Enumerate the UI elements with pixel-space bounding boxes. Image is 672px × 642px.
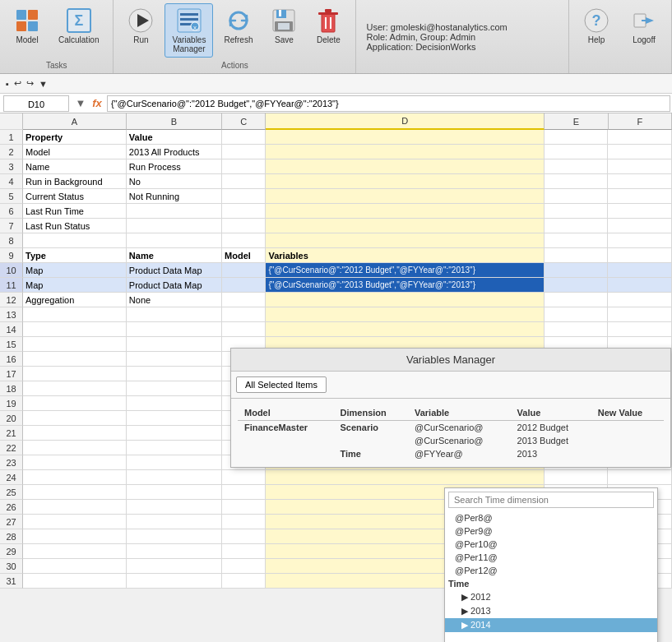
cell-b2[interactable]: 2013 All Products: [127, 145, 222, 159]
var-newvalue-3[interactable]: [591, 447, 664, 460]
cell-a4[interactable]: Run in Background: [23, 174, 127, 189]
cell-e8[interactable]: [545, 233, 609, 248]
cell-d4[interactable]: [266, 174, 544, 189]
col-header-e[interactable]: E: [545, 113, 608, 130]
cell-c11[interactable]: [222, 278, 266, 293]
quick-icon-square[interactable]: ▪: [6, 79, 9, 89]
dropdown-item-2014[interactable]: ▶ 2014: [445, 618, 657, 632]
cell-b6[interactable]: [127, 204, 222, 219]
cell-c9[interactable]: Model: [222, 248, 266, 263]
cell-e7[interactable]: [545, 219, 609, 233]
cell-a9[interactable]: Type: [23, 248, 127, 263]
cell-e9[interactable]: [545, 248, 609, 263]
col-header-a[interactable]: A: [23, 113, 127, 130]
cell-a8[interactable]: [23, 233, 127, 248]
col-header-f[interactable]: F: [609, 113, 672, 130]
cell-c6[interactable]: [222, 204, 266, 219]
cell-e2[interactable]: [545, 145, 609, 159]
dropdown-search-input[interactable]: [448, 492, 654, 508]
var-newvalue-2[interactable]: [591, 434, 664, 447]
cell-f10[interactable]: [608, 263, 672, 278]
cell-d5[interactable]: [266, 189, 544, 204]
cell-a10[interactable]: Map: [23, 263, 127, 278]
cell-f12[interactable]: [608, 293, 672, 307]
cell-d12[interactable]: [266, 293, 544, 307]
cell-b11[interactable]: Product Data Map: [127, 278, 222, 293]
cell-c1[interactable]: [222, 130, 266, 145]
cell-e10[interactable]: [545, 263, 609, 278]
quick-dropdown[interactable]: ▼: [39, 79, 48, 89]
cell-c12[interactable]: [222, 293, 266, 307]
cell-d10[interactable]: {"@CurScenario@":"2012 Budget","@FYYear@…: [266, 263, 544, 278]
variables-manager-button[interactable]: x VariablesManager: [165, 3, 213, 58]
cell-f8[interactable]: [608, 233, 672, 248]
cell-c10[interactable]: [222, 263, 266, 278]
cell-b10[interactable]: Product Data Map: [127, 263, 222, 278]
cell-b4[interactable]: No: [127, 174, 222, 189]
redo-button[interactable]: ↪: [26, 78, 34, 89]
cell-f9[interactable]: [608, 248, 672, 263]
undo-button[interactable]: ↩: [14, 78, 21, 89]
cell-e3[interactable]: [545, 159, 609, 174]
cell-f4[interactable]: [608, 174, 672, 189]
delete-button[interactable]: Delete: [308, 3, 349, 48]
cell-a7[interactable]: Last Run Status: [23, 219, 127, 233]
cell-d1[interactable]: [266, 130, 544, 145]
refresh-button[interactable]: Refresh: [216, 3, 260, 48]
cell-a3[interactable]: Name: [23, 159, 127, 174]
cell-e1[interactable]: [545, 130, 609, 145]
cell-b5[interactable]: Not Running: [127, 189, 222, 204]
cell-f7[interactable]: [608, 219, 672, 233]
cell-e5[interactable]: [545, 189, 609, 204]
dropdown-item-per12[interactable]: @Per12@: [445, 564, 657, 577]
var-newvalue-1[interactable]: [591, 421, 664, 435]
cell-d7[interactable]: [266, 219, 544, 233]
cell-d2[interactable]: [266, 145, 544, 159]
dropdown-item-per11[interactable]: @Per11@: [445, 551, 657, 564]
cell-b3[interactable]: Run Process: [127, 159, 222, 174]
cell-c5[interactable]: [222, 189, 266, 204]
cell-b9[interactable]: Name: [127, 248, 222, 263]
model-button[interactable]: Model: [7, 3, 48, 48]
cell-c4[interactable]: [222, 174, 266, 189]
cell-a1[interactable]: Property: [23, 130, 127, 145]
cell-f5[interactable]: [608, 189, 672, 204]
cell-b12[interactable]: None: [127, 293, 222, 307]
cell-d8[interactable]: [266, 233, 544, 248]
cell-a5[interactable]: Current Status: [23, 189, 127, 204]
all-selected-items-tab[interactable]: All Selected Items: [236, 376, 327, 393]
cell-b7[interactable]: [127, 219, 222, 233]
cell-f3[interactable]: [608, 159, 672, 174]
dropdown-item-per8[interactable]: @Per8@: [445, 511, 657, 524]
cell-b1[interactable]: Value: [127, 130, 222, 145]
cell-a11[interactable]: Map: [23, 278, 127, 293]
cell-d9[interactable]: Variables: [266, 248, 544, 263]
cell-f2[interactable]: [608, 145, 672, 159]
cell-e6[interactable]: [545, 204, 609, 219]
cell-e4[interactable]: [545, 174, 609, 189]
col-header-b[interactable]: B: [127, 113, 222, 130]
cell-a6[interactable]: Last Run Time: [23, 204, 127, 219]
cell-f1[interactable]: [608, 130, 672, 145]
col-header-c[interactable]: C: [222, 113, 266, 130]
cell-a12[interactable]: Aggregation: [23, 293, 127, 307]
logoff-button[interactable]: Logoff: [623, 3, 665, 48]
cell-reference[interactable]: D10: [3, 95, 69, 112]
dropdown-group-time[interactable]: Time: [445, 577, 657, 590]
cell-b8[interactable]: [127, 233, 222, 248]
cell-f11[interactable]: [608, 278, 672, 293]
var-table-row[interactable]: FinanceMaster Scenario @CurScenario@ 201…: [238, 421, 664, 435]
cell-d6[interactable]: [266, 204, 544, 219]
cell-c2[interactable]: [222, 145, 266, 159]
help-button[interactable]: ? Help: [576, 3, 617, 48]
cell-c7[interactable]: [222, 219, 266, 233]
dropdown-item-per10[interactable]: @Per10@: [445, 538, 657, 551]
expand-formula-btn[interactable]: ▼: [72, 95, 89, 112]
cell-a2[interactable]: Model: [23, 145, 127, 159]
calculation-button[interactable]: Σ Calculation: [51, 3, 106, 48]
formula-input[interactable]: {"@CurScenario@":"2012 Budget","@FYYear@…: [107, 95, 670, 112]
cell-d3[interactable]: [266, 159, 544, 174]
var-table-row[interactable]: Time @FYYear@ 2013: [238, 447, 664, 460]
col-header-d[interactable]: D: [266, 113, 545, 130]
dropdown-item-2013[interactable]: ▶ 2013: [445, 604, 657, 618]
